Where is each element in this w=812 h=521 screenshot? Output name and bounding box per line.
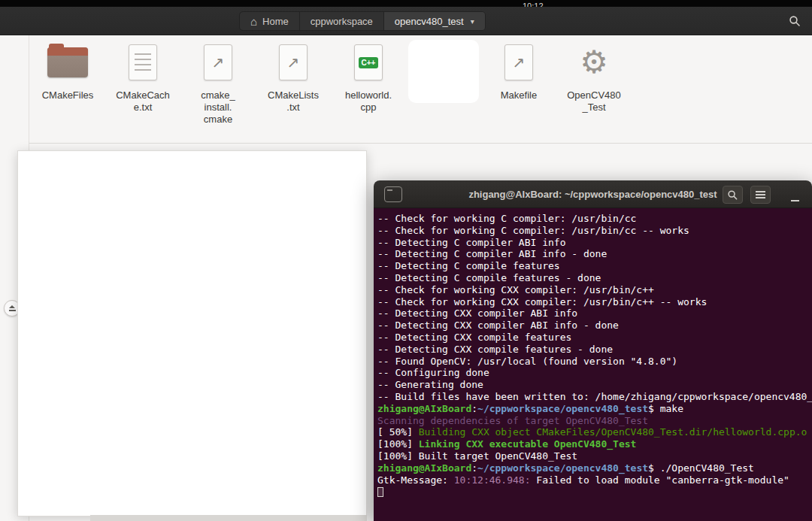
blank-image-window	[17, 150, 367, 516]
breadcrumb: ⌂ Home cppworkspace opencv480_test ▾	[239, 11, 486, 31]
search-icon	[727, 189, 738, 201]
file-label: CMakeFiles	[42, 89, 94, 101]
terminal-line: Scanning dependencies of target OpenCV48…	[377, 415, 812, 427]
new-terminal-icon[interactable]	[384, 186, 402, 202]
file-label: helloworld. cpp	[345, 89, 392, 114]
file-item-cmakelists-txt[interactable]: ↗CMakeLists .txt	[256, 43, 331, 126]
breadcrumb-segment-label: opencv480_test	[395, 16, 464, 27]
script-file-icon: ↗	[279, 43, 308, 82]
system-top-bar: 10:12	[0, 0, 812, 7]
script-file-icon: ↗	[504, 43, 533, 82]
desktop: 10:12 ⌂ Home cppworkspace opencv480_test…	[0, 0, 812, 521]
script-file-icon: ↗	[204, 43, 232, 82]
terminal-line: -- Detecting C compiler ABI info	[377, 237, 812, 249]
minimize-button[interactable]	[789, 189, 800, 201]
terminal-line: -- Check for working C compiler: /usr/bi…	[377, 213, 812, 225]
home-icon: ⌂	[250, 16, 257, 27]
search-icon	[789, 15, 801, 27]
terminal-menu-button[interactable]	[750, 186, 771, 204]
terminal-output[interactable]: -- Check for working C compiler: /usr/bi…	[374, 208, 812, 521]
terminal-line: -- Generating done	[377, 379, 812, 391]
text-file-icon	[129, 43, 157, 82]
terminal-line: -- Detecting CXX compiler ABI info	[377, 307, 812, 320]
file-item-cmake-install-cmake[interactable]: ↗cmake_ install. cmake	[180, 43, 256, 126]
terminal-line: -- Build files have been written to: /ho…	[377, 391, 812, 403]
terminal-window: zhigang@AIxBoard: ~/cppworkspace/opencv4…	[374, 180, 812, 521]
file-label: cmake_ install. cmake	[201, 89, 235, 126]
file-label: Makefile	[501, 89, 537, 101]
file-manager-headerbar: ⌂ Home cppworkspace opencv480_test ▾	[0, 7, 812, 35]
file-label: CMakeCach e.txt	[116, 89, 170, 114]
terminal-line: -- Detecting CXX compile features - done	[377, 344, 812, 356]
folder-file-icon	[47, 43, 88, 82]
terminal-cursor	[377, 487, 383, 497]
breadcrumb-home-label: Home	[262, 16, 289, 27]
cpp-file-icon: C++	[354, 43, 383, 82]
terminal-line: -- Detecting C compiler ABI info - done	[377, 248, 812, 260]
file-item-makefile[interactable]: ↗Makefile	[481, 43, 556, 126]
breadcrumb-home[interactable]: ⌂ Home	[240, 12, 300, 30]
blank-thumbnail[interactable]	[408, 40, 479, 103]
hamburger-icon	[756, 194, 765, 195]
clock: 10:12	[523, 2, 544, 7]
file-grid: CMakeFilesCMakeCach e.txt↗cmake_ install…	[30, 43, 632, 126]
terminal-title: zhigang@AIxBoard: ~/cppworkspace/opencv4…	[468, 189, 717, 200]
terminal-line: -- Found OpenCV: /usr/local (found versi…	[377, 356, 812, 368]
content-divider	[29, 143, 812, 144]
breadcrumb-cppworkspace[interactable]: cppworkspace	[300, 12, 384, 30]
terminal-line: -- Configuring done	[377, 367, 812, 379]
file-item-cmakefiles[interactable]: CMakeFiles	[30, 43, 105, 126]
file-label: OpenCV480 _Test	[567, 89, 621, 114]
terminal-headerbar[interactable]: zhigang@AIxBoard: ~/cppworkspace/opencv4…	[374, 180, 812, 208]
terminal-line: -- Detecting C compile features	[377, 260, 812, 272]
terminal-line: -- Check for working CXX compiler: /usr/…	[377, 296, 812, 308]
terminal-line: -- Check for working C compiler: /usr/bi…	[377, 225, 812, 237]
terminal-line: -- Check for working CXX compiler: /usr/…	[377, 284, 812, 296]
eject-icon	[9, 305, 15, 308]
executable-file-icon: ⚙	[580, 43, 608, 82]
breadcrumb-current-folder[interactable]: opencv480_test ▾	[384, 12, 485, 30]
file-item-helloworld-cpp[interactable]: C++helloworld. cpp	[331, 43, 406, 126]
file-item-blank[interactable]	[406, 43, 481, 126]
terminal-line: [100%] Linking CXX executable OpenCV480_…	[377, 438, 812, 450]
terminal-line: -- Detecting CXX compile features	[377, 332, 812, 344]
terminal-line: -- Detecting CXX compiler ABI info - don…	[377, 320, 812, 332]
file-item-cmakecach-e-txt[interactable]: CMakeCach e.txt	[105, 43, 180, 126]
terminal-search-button[interactable]	[723, 186, 743, 204]
chevron-down-icon: ▾	[471, 17, 474, 26]
terminal-line: Gtk-Message: 10:12:46.948: Failed to loa…	[377, 474, 812, 486]
terminal-line: [100%] Built target OpenCV480_Test	[377, 450, 812, 462]
terminal-line: zhigang@AIxBoard:~/cppworkspace/opencv48…	[377, 462, 812, 474]
terminal-line: -- Detecting C compile features - done	[377, 272, 812, 284]
breadcrumb-segment-label: cppworkspace	[311, 16, 373, 27]
terminal-line	[377, 486, 812, 498]
file-item-opencv480-test[interactable]: ⚙OpenCV480 _Test	[556, 43, 632, 126]
files-search-button[interactable]	[785, 12, 804, 30]
terminal-line: [ 50%] Building CXX object CMakeFiles/Op…	[377, 426, 812, 438]
terminal-line: zhigang@AIxBoard:~/cppworkspace/opencv48…	[377, 403, 812, 415]
file-label: CMakeLists .txt	[268, 89, 319, 114]
window-bottom-strip	[90, 515, 367, 521]
